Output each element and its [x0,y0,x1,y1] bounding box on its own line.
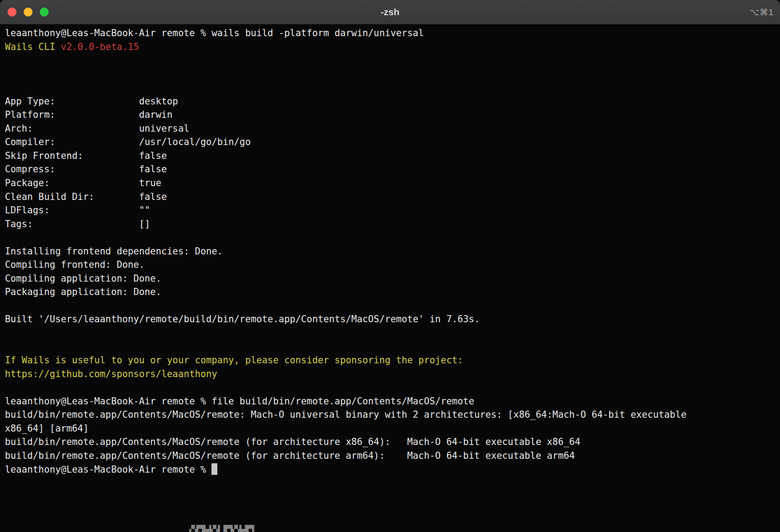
terminal-line: build/bin/remote.app/Contents/MacOS/remo… [5,435,776,449]
terminal-line: Arch: universal [5,122,776,136]
terminal-text-segment: https://github.com/sponsors/leaanthony [5,369,217,379]
terminal-text-segment: v2.0.0-beta.15 [61,42,139,52]
terminal-line: Compress: false [5,162,776,176]
terminal-line: Clean Build Dir: false [5,190,776,204]
terminal-line [5,81,776,95]
terminal-text-segment: LDFlags: "" [5,205,150,216]
terminal-line: LDFlags: "" [5,204,776,217]
terminal-line: build/bin/remote.app/Contents/MacOS/remo… [5,408,776,422]
terminal-line [5,67,776,81]
terminal-line: Wails CLI v2.0.0-beta.15 [5,40,776,54]
terminal-text-segment: build/bin/remote.app/Contents/MacOS/remo… [5,436,581,447]
terminal-text-segment: Wails CLI [5,42,61,52]
terminal-line: leaanthony@Leas-MacBook-Air remote % fil… [5,395,776,408]
terminal-line: Installing frontend dependencies: Done. [5,245,776,258]
terminal-text-segment: Compress: false [5,164,167,175]
titlebar[interactable]: -zsh ⌥⌘1 [0,0,780,25]
terminal-body[interactable]: leaanthony@Leas-MacBook-Air remote % wai… [0,25,780,476]
terminal-text-segment: If Wails is useful to you or your compan… [5,355,463,366]
terminal-text-segment: Installing frontend dependencies: Done. [5,246,223,257]
terminal-text-segment: x86_64] [arm64] [5,423,89,434]
terminal-text-segment: leaanthony@Leas-MacBook-Air remote % [5,464,212,475]
terminal-line [5,231,776,245]
terminal-text-segment: Tags: [] [5,219,150,229]
terminal-line: Platform: darwin [5,108,776,122]
terminal-text-segment: Package: true [5,178,162,188]
terminal-line [5,340,776,354]
terminal-line: Compiling frontend: Done. [5,258,776,272]
terminal-line [5,299,776,313]
terminal-line: leaanthony@Leas-MacBook-Air remote % [5,463,776,477]
terminal-line: Built '/Users/leaanthony/remote/build/bi… [5,312,776,326]
terminal-text-segment: Compiling application: Done. [5,273,162,284]
traffic-lights [0,8,49,17]
window-shortcut-badge: ⌥⌘1 [750,7,774,17]
terminal-line: App Type: desktop [5,95,776,108]
terminal-line [5,54,776,67]
terminal-text-segment: App Type: desktop [5,96,178,107]
terminal-text-segment: build/bin/remote.app/Contents/MacOS/remo… [5,409,687,420]
window-title: -zsh [0,7,780,17]
clipped-line-artifact: ▞▚▛▜▙▟▞▚▌▐▛▜▞▚▙▟▛▜ [189,525,289,532]
terminal-line: x86_64] [arm64] [5,422,776,436]
terminal-line: Tags: [] [5,217,776,231]
terminal-line: Skip Frontend: false [5,149,776,163]
terminal-line [5,381,776,395]
terminal-line [5,326,776,340]
terminal-text-segment: Arch: universal [5,123,189,134]
terminal-line: If Wails is useful to you or your compan… [5,353,776,367]
terminal-line: Packaging application: Done. [5,285,776,299]
terminal-line: Compiling application: Done. [5,272,776,286]
terminal-text-segment: leaanthony@Leas-MacBook-Air remote % fil… [5,396,474,407]
minimize-button[interactable] [24,8,33,17]
terminal-text-segment: Compiling frontend: Done. [5,259,145,270]
terminal-line: Package: true [5,176,776,190]
terminal-line: https://github.com/sponsors/leaanthony [5,367,776,381]
terminal-text-segment: build/bin/remote.app/Contents/MacOS/remo… [5,450,575,461]
terminal-text-segment: Clean Build Dir: false [5,191,167,202]
zoom-button[interactable] [40,8,49,17]
terminal-window: -zsh ⌥⌘1 leaanthony@Leas-MacBook-Air rem… [0,0,780,532]
terminal-line: leaanthony@Leas-MacBook-Air remote % wai… [5,26,776,40]
terminal-text-segment: leaanthony@Leas-MacBook-Air remote % wai… [5,28,424,38]
terminal-text-segment: Packaging application: Done. [5,287,162,297]
terminal-line: Compiler: /usr/local/go/bin/go [5,135,776,149]
close-button[interactable] [8,8,17,17]
terminal-text-segment: Platform: darwin [5,109,173,120]
terminal-line: build/bin/remote.app/Contents/MacOS/remo… [5,449,776,463]
terminal-cursor [212,463,217,475]
terminal-text-segment: Skip Frontend: false [5,150,167,161]
terminal-text-segment: Compiler: /usr/local/go/bin/go [5,137,251,147]
terminal-text-segment: Built '/Users/leaanthony/remote/build/bi… [5,314,480,324]
